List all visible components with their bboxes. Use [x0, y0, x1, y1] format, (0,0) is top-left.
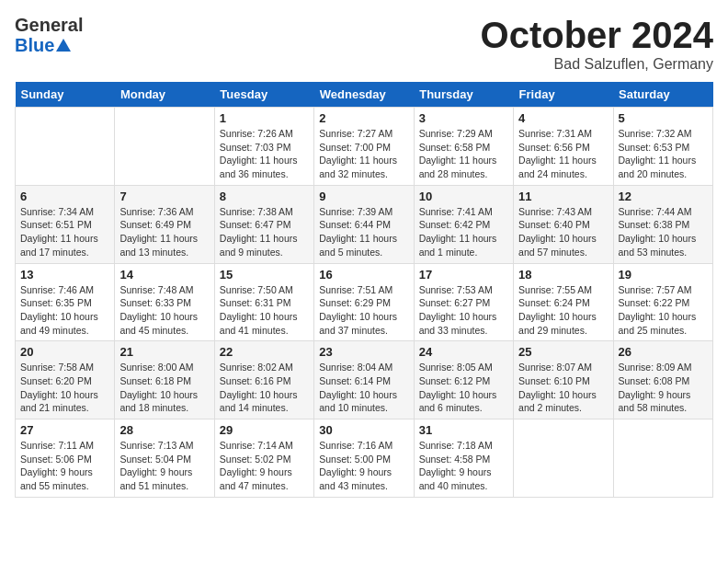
calendar-cell: 31Sunrise: 7:18 AM Sunset: 4:58 PM Dayli…	[414, 419, 513, 498]
calendar-cell: 3Sunrise: 7:29 AM Sunset: 6:58 PM Daylig…	[414, 108, 513, 186]
day-info: Sunrise: 7:43 AM Sunset: 6:40 PM Dayligh…	[518, 205, 608, 259]
calendar-cell: 7Sunrise: 7:36 AM Sunset: 6:49 PM Daylig…	[115, 185, 214, 263]
day-info: Sunrise: 8:00 AM Sunset: 6:18 PM Dayligh…	[119, 361, 209, 415]
calendar-cell: 18Sunrise: 7:55 AM Sunset: 6:24 PM Dayli…	[514, 263, 613, 341]
logo-blue: Blue	[15, 35, 83, 55]
day-info: Sunrise: 7:32 AM Sunset: 6:53 PM Dayligh…	[619, 127, 708, 181]
day-number: 20	[20, 345, 109, 359]
day-number: 17	[419, 268, 508, 282]
calendar-cell: 28Sunrise: 7:13 AM Sunset: 5:04 PM Dayli…	[115, 419, 214, 498]
day-number: 26	[619, 345, 708, 359]
calendar-cell: 17Sunrise: 7:53 AM Sunset: 6:27 PM Dayli…	[414, 263, 513, 341]
calendar-cell: 27Sunrise: 7:11 AM Sunset: 5:06 PM Dayli…	[16, 419, 115, 498]
calendar-cell: 10Sunrise: 7:41 AM Sunset: 6:42 PM Dayli…	[414, 185, 513, 263]
logo: General Blue	[15, 15, 83, 55]
day-info: Sunrise: 7:31 AM Sunset: 6:56 PM Dayligh…	[518, 127, 608, 181]
day-number: 7	[119, 190, 209, 203]
week-row-4: 20Sunrise: 7:58 AM Sunset: 6:20 PM Dayli…	[16, 341, 713, 419]
day-info: Sunrise: 7:29 AM Sunset: 6:58 PM Dayligh…	[419, 127, 508, 181]
weekday-header-monday: Monday	[115, 82, 214, 108]
day-number: 2	[319, 111, 408, 125]
day-number: 12	[619, 190, 708, 203]
day-number: 27	[20, 423, 109, 437]
day-info: Sunrise: 7:11 AM Sunset: 5:06 PM Dayligh…	[20, 439, 109, 493]
logo-blue-text: Blue	[15, 35, 54, 55]
weekday-header-row: SundayMondayTuesdayWednesdayThursdayFrid…	[16, 82, 713, 108]
week-row-3: 13Sunrise: 7:46 AM Sunset: 6:35 PM Dayli…	[16, 263, 713, 341]
month-title: October 2024	[481, 15, 713, 56]
calendar-cell: 5Sunrise: 7:32 AM Sunset: 6:53 PM Daylig…	[613, 108, 712, 186]
day-info: Sunrise: 7:13 AM Sunset: 5:04 PM Dayligh…	[119, 439, 209, 493]
day-number: 9	[319, 190, 408, 203]
day-info: Sunrise: 7:34 AM Sunset: 6:51 PM Dayligh…	[20, 205, 109, 259]
day-number: 13	[20, 268, 109, 282]
calendar-cell: 19Sunrise: 7:57 AM Sunset: 6:22 PM Dayli…	[613, 263, 712, 341]
day-info: Sunrise: 7:44 AM Sunset: 6:38 PM Dayligh…	[619, 205, 708, 259]
day-info: Sunrise: 7:48 AM Sunset: 6:33 PM Dayligh…	[119, 283, 209, 338]
day-info: Sunrise: 7:39 AM Sunset: 6:44 PM Dayligh…	[319, 205, 408, 259]
day-info: Sunrise: 7:38 AM Sunset: 6:47 PM Dayligh…	[220, 205, 309, 259]
day-number: 3	[419, 111, 508, 125]
day-number: 31	[419, 423, 508, 437]
calendar-cell: 21Sunrise: 8:00 AM Sunset: 6:18 PM Dayli…	[115, 341, 214, 419]
calendar-cell: 20Sunrise: 7:58 AM Sunset: 6:20 PM Dayli…	[16, 341, 115, 419]
day-info: Sunrise: 7:57 AM Sunset: 6:22 PM Dayligh…	[619, 283, 708, 338]
weekday-header-wednesday: Wednesday	[314, 82, 414, 108]
calendar-cell: 29Sunrise: 7:14 AM Sunset: 5:02 PM Dayli…	[214, 419, 313, 498]
weekday-header-friday: Friday	[514, 82, 613, 108]
calendar-cell: 25Sunrise: 8:07 AM Sunset: 6:10 PM Dayli…	[514, 341, 613, 419]
page-header: General Blue October 2024 Bad Salzuflen,…	[15, 15, 713, 73]
day-info: Sunrise: 7:55 AM Sunset: 6:24 PM Dayligh…	[518, 283, 608, 338]
weekday-header-thursday: Thursday	[414, 82, 513, 108]
calendar-cell: 2Sunrise: 7:27 AM Sunset: 7:00 PM Daylig…	[314, 108, 414, 186]
day-info: Sunrise: 7:14 AM Sunset: 5:02 PM Dayligh…	[220, 439, 309, 493]
week-row-1: 1Sunrise: 7:26 AM Sunset: 7:03 PM Daylig…	[16, 108, 713, 186]
calendar-cell: 12Sunrise: 7:44 AM Sunset: 6:38 PM Dayli…	[613, 185, 712, 263]
location: Bad Salzuflen, Germany	[481, 56, 713, 73]
day-info: Sunrise: 8:09 AM Sunset: 6:08 PM Dayligh…	[619, 361, 708, 415]
day-number: 25	[518, 345, 608, 359]
day-number: 24	[419, 345, 508, 359]
title-block: October 2024 Bad Salzuflen, Germany	[481, 15, 713, 73]
day-info: Sunrise: 7:53 AM Sunset: 6:27 PM Dayligh…	[419, 283, 508, 338]
day-number: 18	[518, 268, 608, 282]
calendar-cell: 8Sunrise: 7:38 AM Sunset: 6:47 PM Daylig…	[214, 185, 313, 263]
day-info: Sunrise: 7:50 AM Sunset: 6:31 PM Dayligh…	[220, 283, 309, 338]
day-number: 15	[220, 268, 309, 282]
weekday-header-saturday: Saturday	[613, 82, 712, 108]
calendar-cell: 1Sunrise: 7:26 AM Sunset: 7:03 PM Daylig…	[214, 108, 313, 186]
day-info: Sunrise: 7:18 AM Sunset: 4:58 PM Dayligh…	[419, 439, 508, 493]
day-info: Sunrise: 8:05 AM Sunset: 6:12 PM Dayligh…	[419, 361, 508, 415]
day-number: 30	[319, 423, 408, 437]
day-number: 29	[220, 423, 309, 437]
calendar-cell: 15Sunrise: 7:50 AM Sunset: 6:31 PM Dayli…	[214, 263, 313, 341]
day-number: 1	[220, 111, 309, 125]
day-number: 19	[619, 268, 708, 282]
week-row-2: 6Sunrise: 7:34 AM Sunset: 6:51 PM Daylig…	[16, 185, 713, 263]
calendar-cell: 14Sunrise: 7:48 AM Sunset: 6:33 PM Dayli…	[115, 263, 214, 341]
calendar-cell: 4Sunrise: 7:31 AM Sunset: 6:56 PM Daylig…	[514, 108, 613, 186]
day-info: Sunrise: 8:07 AM Sunset: 6:10 PM Dayligh…	[518, 361, 608, 415]
calendar-cell: 30Sunrise: 7:16 AM Sunset: 5:00 PM Dayli…	[314, 419, 414, 498]
day-number: 8	[220, 190, 309, 203]
weekday-header-tuesday: Tuesday	[214, 82, 313, 108]
weekday-header-sunday: Sunday	[16, 82, 115, 108]
day-number: 10	[419, 190, 508, 203]
day-number: 14	[119, 268, 209, 282]
day-number: 4	[518, 111, 608, 125]
calendar-cell	[115, 108, 214, 186]
day-number: 16	[319, 268, 408, 282]
calendar-table: SundayMondayTuesdayWednesdayThursdayFrid…	[15, 82, 713, 498]
logo-general: General	[15, 15, 83, 35]
calendar-cell: 6Sunrise: 7:34 AM Sunset: 6:51 PM Daylig…	[16, 185, 115, 263]
calendar-cell: 23Sunrise: 8:04 AM Sunset: 6:14 PM Dayli…	[314, 341, 414, 419]
day-info: Sunrise: 8:04 AM Sunset: 6:14 PM Dayligh…	[319, 361, 408, 415]
day-number: 21	[119, 345, 209, 359]
day-info: Sunrise: 7:16 AM Sunset: 5:00 PM Dayligh…	[319, 439, 408, 493]
logo-triangle-icon	[56, 39, 71, 52]
calendar-cell: 24Sunrise: 8:05 AM Sunset: 6:12 PM Dayli…	[414, 341, 513, 419]
day-number: 23	[319, 345, 408, 359]
day-info: Sunrise: 7:27 AM Sunset: 7:00 PM Dayligh…	[319, 127, 408, 181]
day-info: Sunrise: 7:26 AM Sunset: 7:03 PM Dayligh…	[220, 127, 309, 181]
day-number: 6	[20, 190, 109, 203]
